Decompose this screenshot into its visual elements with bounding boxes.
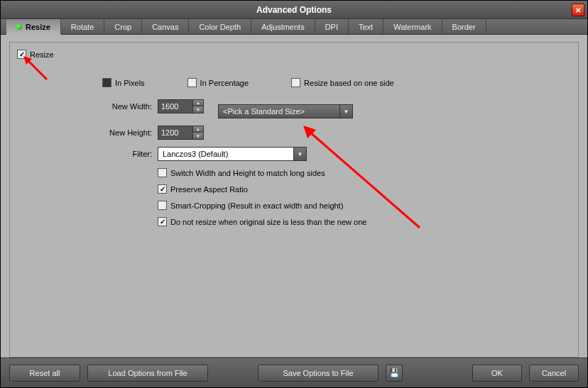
width-spinner[interactable]: ▲▼ — [192, 99, 204, 113]
advanced-options-window: Advanced Options ✕ Resize Rotate Crop Ca… — [0, 0, 588, 388]
chevron-down-icon: ▼ — [339, 105, 352, 118]
mode-pixels[interactable]: In Pixels — [102, 78, 145, 87]
ok-button[interactable]: OK — [472, 365, 522, 382]
mode-percentage[interactable]: In Percentage — [187, 78, 249, 87]
filter-dropdown[interactable]: Lanczos3 (Default) ▼ — [158, 147, 307, 161]
tab-canvas[interactable]: Canvas — [142, 19, 189, 34]
cancel-button[interactable]: Cancel — [529, 365, 579, 382]
tab-watermark[interactable]: Watermark — [383, 19, 442, 34]
window-title: Advanced Options — [256, 5, 332, 15]
footer: Reset all Load Options from File Save Op… — [1, 357, 587, 387]
mode-one-side-radio[interactable] — [291, 78, 300, 87]
tab-resize[interactable]: Resize — [6, 19, 61, 35]
no-upscale-row: Do not resize when original size is less… — [158, 217, 437, 226]
tab-dpi[interactable]: DPI — [315, 19, 349, 34]
filter-row: Filter: Lanczos3 (Default) ▼ — [102, 147, 437, 161]
height-spinner[interactable]: ▲▼ — [192, 126, 204, 140]
save-target-icon[interactable]: 💾 — [386, 365, 403, 382]
active-dot-icon — [16, 24, 22, 30]
new-height-input[interactable] — [158, 126, 193, 140]
resize-form: In Pixels In Percentage Resize based on … — [102, 78, 437, 233]
new-width-input[interactable] — [158, 99, 193, 113]
new-width-label: New Width: — [102, 102, 152, 111]
width-row: New Width: ▲▼ <Pick a Standard Size> ▼ — [102, 94, 437, 118]
preserve-aspect-row: Preserve Aspect Ratio — [158, 184, 437, 194]
chevron-up-icon: ▲ — [193, 100, 203, 106]
tab-text[interactable]: Text — [349, 19, 383, 34]
titlebar: Advanced Options ✕ — [1, 1, 587, 19]
switch-sides-checkbox[interactable] — [158, 168, 167, 177]
chevron-down-icon: ▼ — [193, 133, 203, 139]
tab-adjustments[interactable]: Adjustments — [251, 19, 315, 34]
mode-row: In Pixels In Percentage Resize based on … — [102, 78, 437, 87]
chevron-down-icon: ▼ — [193, 106, 203, 113]
new-height-label: New Height: — [102, 128, 152, 137]
tab-border[interactable]: Border — [442, 19, 486, 34]
tab-rotate[interactable]: Rotate — [61, 19, 104, 34]
no-upscale-checkbox[interactable] — [158, 217, 167, 226]
mode-pixels-radio[interactable] — [102, 78, 111, 87]
load-options-button[interactable]: Load Options from File — [87, 365, 208, 382]
resize-enable-label: Resize — [30, 50, 54, 59]
smart-crop-row: Smart-Cropping (Result in exact width an… — [158, 201, 437, 210]
standard-size-dropdown[interactable]: <Pick a Standard Size> ▼ — [218, 104, 353, 118]
smart-crop-checkbox[interactable] — [158, 201, 167, 210]
resize-enable-row: Resize — [17, 50, 54, 59]
chevron-up-icon: ▲ — [193, 126, 203, 133]
tab-color-depth[interactable]: Color Depth — [189, 19, 251, 34]
reset-all-button[interactable]: Reset all — [9, 365, 80, 382]
save-options-button[interactable]: Save Options to File — [258, 365, 379, 382]
mode-one-side[interactable]: Resize based on one side — [291, 78, 394, 87]
resize-enable-checkbox[interactable] — [17, 50, 26, 59]
preserve-aspect-checkbox[interactable] — [158, 184, 167, 194]
mode-percentage-radio[interactable] — [187, 78, 197, 87]
switch-sides-row: Switch Width and Height to match long si… — [158, 168, 437, 177]
tabbar: Resize Rotate Crop Canvas Color Depth Ad… — [1, 19, 587, 35]
tab-crop[interactable]: Crop — [104, 19, 142, 34]
close-icon[interactable]: ✕ — [572, 4, 584, 16]
content-pane: Resize In Pixels In Percentage Resize ba… — [9, 42, 579, 357]
chevron-down-icon: ▼ — [293, 148, 306, 160]
filter-label: Filter: — [102, 150, 152, 158]
height-row: New Height: ▲▼ — [102, 126, 437, 140]
